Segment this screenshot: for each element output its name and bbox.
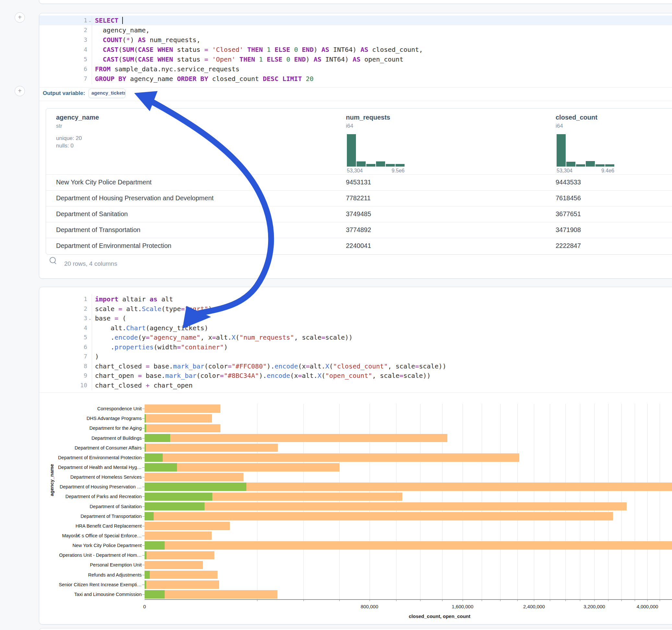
y-axis-label: Taxi and Limousine Commission xyxy=(74,592,142,597)
y-axis-tick xyxy=(142,507,145,507)
y-axis-tick xyxy=(142,487,145,487)
x-axis-tick-label: 800,000 xyxy=(361,604,378,609)
line-number: 2 xyxy=(39,25,87,35)
y-axis-tick xyxy=(142,418,145,419)
bar-closed-count xyxy=(145,424,220,433)
bar-open-count xyxy=(145,580,146,589)
column-header-closed-count[interactable]: closed_count xyxy=(556,114,597,121)
y-axis-tick xyxy=(142,467,145,468)
search-icon[interactable] xyxy=(50,257,56,263)
line-number: 1 xyxy=(39,294,87,304)
y-axis-label: HRA Benefit Card Replacement xyxy=(75,524,142,529)
code-line[interactable]: 7) xyxy=(39,352,672,361)
bar-open-count xyxy=(145,414,146,422)
x-axis-line xyxy=(145,599,672,600)
cell-num-requests: 2240041 xyxy=(346,242,371,249)
code-line[interactable]: 9chart_open = base.mark_bar(color="#8BC3… xyxy=(39,371,672,381)
y-axis-label: Operations Unit - Department of Hom… xyxy=(59,553,142,558)
code-line[interactable]: 1⌄SELECT xyxy=(39,16,672,25)
output-variable-pill[interactable]: agency_tickets xyxy=(89,89,125,98)
code-line[interactable]: 5 .encode(y="agency_name", x=alt.X("num_… xyxy=(39,333,672,342)
bar-open-count xyxy=(145,424,146,433)
gridline xyxy=(550,404,550,599)
bar-open-count xyxy=(145,502,205,511)
code-line[interactable]: 1import altair as alt xyxy=(39,294,672,304)
gridline xyxy=(580,404,580,599)
cell-closed-count: 7618456 xyxy=(556,194,581,202)
code-line[interactable]: 3⌄base = ( xyxy=(39,313,672,323)
gridline xyxy=(594,404,595,599)
y-axis-label: Department of Parks and Recreation xyxy=(66,494,142,499)
sql-code-editor[interactable]: 1⌄SELECT 2 agency_name,3 COUNT(*) AS num… xyxy=(39,16,672,84)
gridline xyxy=(565,404,566,599)
y-axis-tick xyxy=(142,409,145,409)
x-axis-tick-label: 0 xyxy=(143,604,146,609)
previous-cell-partial xyxy=(39,0,672,4)
code-line[interactable]: 6FROM sample_data.nyc.service_requests xyxy=(39,64,672,74)
gridline xyxy=(420,404,421,599)
histogram-bin xyxy=(566,162,575,167)
table-row[interactable]: New York City Police Department945313194… xyxy=(46,174,672,191)
bar-open-count xyxy=(145,434,170,442)
code-line[interactable]: 2scale = alt.Scale(type="sqrt") xyxy=(39,304,672,314)
line-number: 9 xyxy=(39,371,87,381)
bar-closed-count xyxy=(145,571,217,579)
cell-num-requests: 3774892 xyxy=(346,226,371,234)
x-axis-title: closed_count, open_count xyxy=(409,613,471,619)
code-line[interactable]: 4 alt.Chart(agency_tickets) xyxy=(39,323,672,333)
table-row[interactable]: Department of Transportation377489234719… xyxy=(46,222,672,238)
cell-agency-name: Department of Environmental Protection xyxy=(56,242,171,249)
code-line[interactable]: 10chart_closed + chart_open xyxy=(39,381,672,390)
y-axis-tick xyxy=(142,565,145,565)
gridline xyxy=(518,404,518,599)
code-line[interactable]: 5 CAST(SUM(CASE WHEN status = 'Open' THE… xyxy=(39,54,672,64)
line-number: 10 xyxy=(39,381,87,390)
code-line[interactable]: 6 .properties(width="container") xyxy=(39,342,672,352)
y-axis-tick xyxy=(142,575,145,575)
histogram-bin xyxy=(357,162,366,167)
y-axis-tick xyxy=(142,585,145,585)
y-axis-label: Personal Exemption Unit xyxy=(90,562,142,567)
column-type: str xyxy=(56,123,62,129)
code-line[interactable]: 3 COUNT(*) AS num_requests, xyxy=(39,35,672,45)
cell-num-requests: 9453131 xyxy=(346,178,371,186)
line-number: 5 xyxy=(39,333,87,342)
histogram-bin xyxy=(376,162,385,167)
table-row[interactable]: Department of Environmental Protection22… xyxy=(46,238,672,254)
column-header-num-requests[interactable]: num_requests xyxy=(346,114,390,121)
bar-open-count xyxy=(145,590,165,599)
table-row[interactable]: Department of Sanitation37494853677651 xyxy=(46,206,672,222)
cell-num-requests: 7782211 xyxy=(346,194,370,202)
bar-closed-count xyxy=(145,502,627,511)
line-number: 3 xyxy=(39,35,87,45)
bar-open-count xyxy=(145,551,146,560)
histogram-bin xyxy=(576,164,585,167)
column-type: i64 xyxy=(556,123,563,129)
table-row[interactable]: Department of Housing Preservation and D… xyxy=(46,190,672,207)
y-axis-label: Department for the Aging xyxy=(90,426,142,431)
column-header-agency-name[interactable]: agency_name xyxy=(56,114,99,121)
fold-chevron-icon[interactable]: ⌄ xyxy=(88,16,93,26)
code-line[interactable]: 4 CAST(SUM(CASE WHEN status = 'Closed' T… xyxy=(39,45,672,54)
bar-closed-count xyxy=(145,453,519,462)
add-cell-button[interactable]: + xyxy=(15,86,25,96)
python-code-editor[interactable]: 1import altair as alt2scale = alt.Scale(… xyxy=(39,294,672,390)
code-line[interactable]: 7GROUP BY agency_name ORDER BY closed_co… xyxy=(39,74,672,83)
histogram-max-label: 9.5e6 xyxy=(391,168,405,174)
cell-agency-name: Department of Sanitation xyxy=(56,210,128,218)
y-axis-label: Department of Health and Mental Hyg… xyxy=(58,465,142,470)
cell-num-requests: 3749485 xyxy=(346,210,371,218)
fold-chevron-icon[interactable]: ⌄ xyxy=(88,313,93,324)
line-number: 1 xyxy=(39,16,87,25)
gridline xyxy=(304,404,304,599)
line-number: 7 xyxy=(39,352,87,361)
add-cell-button[interactable]: + xyxy=(15,12,25,23)
results-table: agency_name str unique: 20 nulls: 0 num_… xyxy=(46,108,672,255)
x-axis-tick-label: 1,600,000 xyxy=(452,604,474,609)
y-axis-tick xyxy=(142,516,145,516)
sql-cell: 1⌄SELECT 2 agency_name,3 COUNT(*) AS num… xyxy=(39,13,672,279)
cell-closed-count: 3471908 xyxy=(556,226,581,234)
code-line[interactable]: 8chart_closed = base.mark_bar(color="#FF… xyxy=(39,361,672,371)
bar-open-count xyxy=(145,453,163,462)
code-line[interactable]: 2 agency_name, xyxy=(39,25,672,35)
